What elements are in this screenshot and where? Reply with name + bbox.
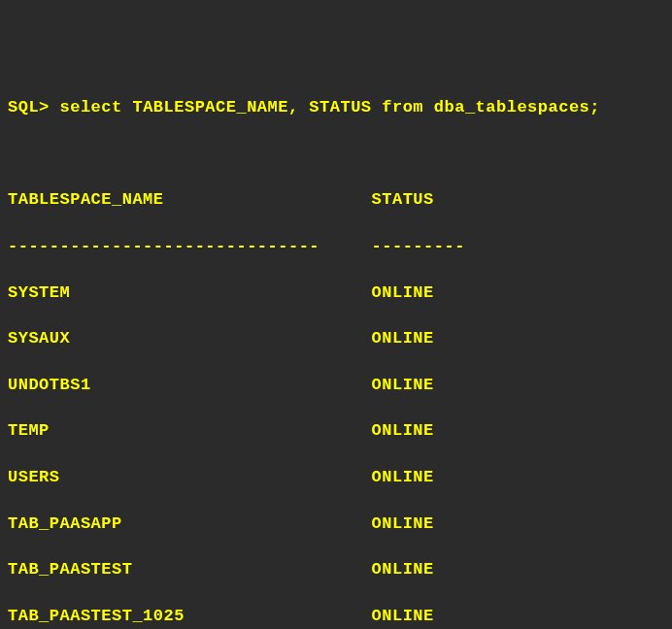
table-row: TAB_PAASTEST ONLINE [8, 558, 664, 581]
table-row: UNDOTBS1 ONLINE [8, 374, 664, 397]
cell-status: ONLINE [372, 376, 434, 394]
cell-status: ONLINE [372, 283, 434, 302]
cell-status: ONLINE [372, 468, 434, 486]
column-headers: TABLESPACE_NAME STATUS [8, 188, 664, 212]
table-row: TAB_PAASAPP ONLINE [8, 513, 664, 536]
cell-tablespace-name: SYSTEM [8, 283, 372, 302]
blank-line [8, 143, 664, 166]
table-row: USERS ONLINE [8, 466, 664, 489]
terminal-output: SQL> select TABLESPACE_NAME, STATUS from… [8, 96, 664, 629]
cell-status: ONLINE [372, 560, 434, 579]
sql-prompt: SQL> [8, 98, 50, 116]
cell-tablespace-name: USERS [8, 468, 372, 486]
cell-tablespace-name: TAB_PAASAPP [8, 514, 372, 533]
sql-prompt-line: SQL> select TABLESPACE_NAME, STATUS from… [8, 96, 664, 119]
result-rows: SYSTEM ONLINE SYSAUX ONLINE UNDOTBS1 ONL… [8, 281, 664, 629]
cell-status: ONLINE [372, 421, 434, 440]
table-row: TAB_PAASTEST_1025 ONLINE [8, 605, 664, 628]
sql-query: select TABLESPACE_NAME, STATUS from dba_… [60, 98, 601, 116]
cell-tablespace-name: TEMP [8, 421, 372, 440]
cell-tablespace-name: TAB_PAASTEST [8, 560, 372, 579]
table-row: SYSAUX ONLINE [8, 327, 664, 350]
sep-2: --------- [372, 237, 465, 255]
table-row: TEMP ONLINE [8, 419, 664, 443]
table-row: SYSTEM ONLINE [8, 281, 664, 305]
col-header-2: STATUS [372, 190, 434, 209]
cell-tablespace-name: UNDOTBS1 [8, 376, 372, 394]
sep-1: ------------------------------ [8, 237, 372, 255]
cell-tablespace-name: TAB_PAASTEST_1025 [8, 607, 372, 625]
cell-tablespace-name: SYSAUX [8, 329, 372, 348]
cell-status: ONLINE [372, 607, 434, 625]
cell-status: ONLINE [372, 514, 434, 533]
col-header-1: TABLESPACE_NAME [8, 190, 372, 209]
cell-status: ONLINE [372, 329, 434, 348]
separator-line: ------------------------------ --------- [8, 235, 664, 258]
